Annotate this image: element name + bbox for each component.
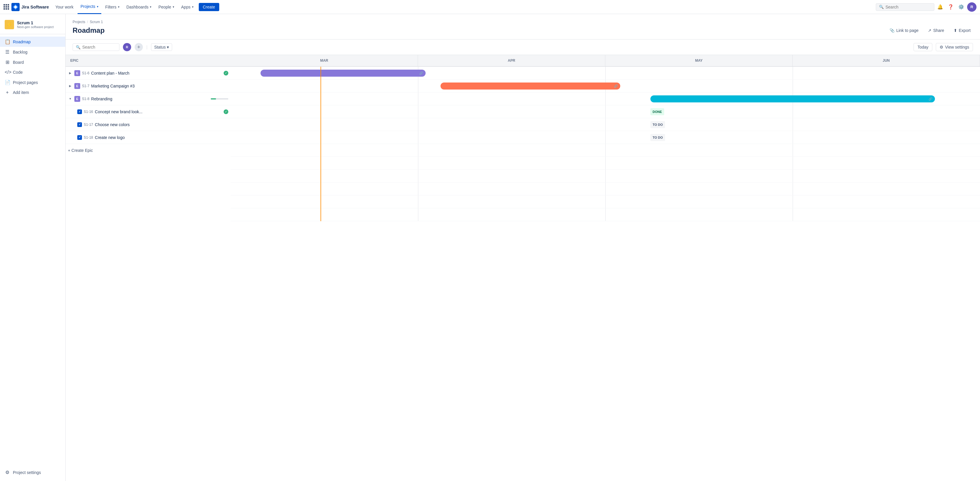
breadcrumb: Projects / Scrum 1 (73, 20, 973, 24)
epic-column-header: Epic (65, 55, 231, 67)
gantt-bar-s1-7[interactable]: 🔗 (441, 83, 620, 89)
gantt-row-s1-17: TO DO (231, 118, 980, 131)
view-settings-button[interactable]: ⚙ View settings (936, 43, 973, 51)
add-icon: + (5, 90, 10, 95)
settings-button[interactable]: ⚙️ (956, 2, 966, 12)
filters-chevron-icon: ▾ (118, 5, 119, 8)
epic-row-s1-8[interactable]: ▼ E S1-8 Rebranding (65, 92, 231, 105)
nav-dashboards[interactable]: Dashboards ▾ (124, 0, 154, 14)
epic-name-s1-8: Rebranding (91, 97, 209, 101)
status-label-s1-17: TO DO (651, 121, 665, 128)
projects-chevron-icon: ▾ (97, 5, 99, 8)
done-icon-s1-16: ✓ (224, 110, 228, 114)
epic-row-s1-17[interactable]: ✓ S1-17 Choose new colors (65, 118, 231, 131)
link-icon-s1-6: 🔗 (419, 71, 423, 75)
pages-icon: 📄 (5, 79, 10, 85)
topnav-right: 🔍 🔔 ❓ ⚙️ R (876, 2, 977, 12)
link-icon: 📎 (889, 28, 894, 33)
page-header: Projects / Scrum 1 Roadmap 📎 Link to pag… (65, 14, 980, 40)
sidebar-item-backlog[interactable]: ☰ Backlog (0, 47, 65, 57)
gantt-empty-2 (231, 170, 980, 183)
project-name: Scrum 1 (17, 21, 54, 25)
today-button[interactable]: Today (913, 43, 932, 51)
epic-name-s1-6: Content plan - March (91, 71, 222, 76)
page-actions: 📎 Link to page ↗ Share ⬆ Export (887, 27, 973, 34)
sidebar-item-roadmap[interactable]: 📋 Roadmap (0, 37, 65, 47)
breadcrumb-projects[interactable]: Projects (73, 20, 85, 24)
task-icon-s1-18: ✓ (77, 135, 82, 140)
status-filter-button[interactable]: Status ▾ (151, 43, 172, 51)
backlog-icon: ☰ (5, 49, 10, 55)
gantt-empty-area (231, 157, 980, 221)
project-icon: ⚡ (5, 20, 14, 29)
sidebar-item-code-label: Code (13, 70, 22, 75)
sidebar-item-board[interactable]: ⊞ Board (0, 57, 65, 67)
gantt-bar-s1-8[interactable]: 🔗 (651, 95, 935, 102)
sidebar-item-roadmap-label: Roadmap (13, 40, 31, 44)
board-icon: ⊞ (5, 59, 10, 65)
user-avatar[interactable]: R (967, 2, 977, 12)
toolbar-avatar-r[interactable]: R (123, 43, 131, 51)
epic-row-s1-16[interactable]: ✓ S1-16 Concept new brand look... ✓ (65, 105, 231, 118)
epic-expand-s1-6[interactable]: ▶ (68, 71, 73, 76)
sidebar-item-add-item[interactable]: + Add item (0, 87, 65, 97)
gantt-row-s1-18: TO DO (231, 131, 980, 144)
app-layout: ⚡ Scrum 1 Next-gen software project 📋 Ro… (0, 14, 980, 481)
gantt-row-s1-16: DONE (231, 105, 980, 118)
sidebar-project: ⚡ Scrum 1 Next-gen software project (0, 17, 65, 34)
apps-grid-icon[interactable] (3, 4, 9, 10)
search-box[interactable]: 🔍 (876, 3, 934, 11)
epic-row-s1-18[interactable]: ✓ S1-18 Create new logo (65, 131, 231, 144)
nav-your-work[interactable]: Your work (52, 0, 76, 14)
epic-name-s1-7: Marketing Campaign #3 (91, 84, 228, 88)
today-line (321, 67, 321, 221)
gantt-empty-4 (231, 195, 980, 208)
nav-projects[interactable]: Projects ▾ (78, 0, 101, 14)
nav-filters[interactable]: Filters ▾ (102, 0, 123, 14)
epic-name-s1-18: Create new logo (95, 135, 228, 140)
sidebar: ⚡ Scrum 1 Next-gen software project 📋 Ro… (0, 14, 65, 481)
notifications-button[interactable]: 🔔 (935, 2, 945, 12)
month-apr: APR (418, 55, 605, 66)
roadmap-gantt-panel: MAR APR MAY JUN 🔗 (231, 55, 980, 475)
nav-apps[interactable]: Apps ▾ (178, 0, 196, 14)
sidebar-item-code[interactable]: </> Code (0, 67, 65, 77)
epic-name-s1-17: Choose new colors (95, 122, 228, 127)
search-input[interactable] (885, 5, 931, 10)
export-button[interactable]: ⬆ Export (951, 27, 973, 34)
sidebar-item-add-item-label: Add item (13, 90, 29, 95)
sidebar-item-project-settings[interactable]: ⚙ Project settings (0, 467, 65, 478)
create-button[interactable]: Create (199, 3, 219, 11)
toolbar-avatar-add[interactable]: + (135, 43, 143, 51)
gantt-bar-s1-6[interactable]: 🔗 (261, 70, 425, 77)
gantt-row-s1-7: 🔗 (231, 79, 980, 92)
link-to-page-button[interactable]: 📎 Link to page (887, 27, 921, 34)
nav-people[interactable]: People ▾ (156, 0, 177, 14)
epic-id-s1-8: S1-8 (82, 97, 89, 101)
epic-id-s1-16: S1-16 (84, 110, 93, 114)
topnav: Jira Software Your work Projects ▾ Filte… (0, 0, 980, 14)
gantt-row-s1-6: 🔗 (231, 67, 980, 79)
epic-type-icon-s1-7: E (74, 83, 80, 89)
help-button[interactable]: ❓ (946, 2, 955, 12)
create-epic-row[interactable]: + Create Epic (65, 144, 231, 157)
epic-type-icon-s1-8: E (74, 96, 80, 102)
sidebar-item-project-pages[interactable]: 📄 Project pages (0, 77, 65, 87)
epic-row-s1-6[interactable]: ▶ E S1-6 Content plan - March ✓ (65, 67, 231, 79)
link-icon-s1-7: 🔗 (614, 84, 618, 88)
epic-expand-s1-7[interactable]: ▶ (68, 84, 73, 88)
epic-id-s1-18: S1-18 (84, 135, 93, 140)
roadmap-search-input[interactable] (82, 45, 116, 49)
share-button[interactable]: ↗ Share (926, 27, 947, 34)
toolbar-search[interactable]: 🔍 (73, 43, 119, 51)
progress-fill-s1-8 (211, 98, 216, 100)
epic-expand-s1-8[interactable]: ▼ (68, 97, 73, 101)
month-may: MAY (605, 55, 793, 66)
jira-logo[interactable]: Jira Software (11, 3, 49, 11)
main-content: Projects / Scrum 1 Roadmap 📎 Link to pag… (65, 14, 980, 481)
status-label-s1-18: TO DO (651, 134, 665, 141)
epic-row-s1-7[interactable]: ▶ E S1-7 Marketing Campaign #3 (65, 79, 231, 92)
breadcrumb-current: Scrum 1 (90, 20, 103, 24)
dashboards-chevron-icon: ▾ (150, 5, 151, 8)
gantt-body: 🔗 🔗 🔗 (231, 67, 980, 221)
